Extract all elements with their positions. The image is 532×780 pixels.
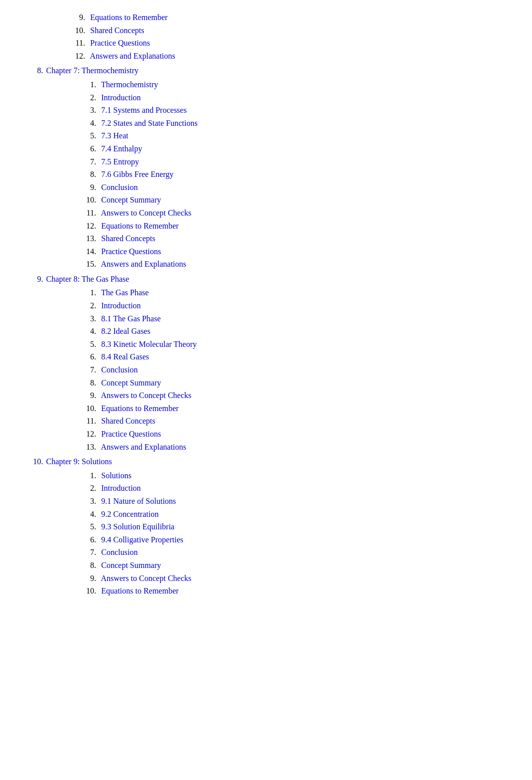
- toc-link[interactable]: 8.3 Kinetic Molecular Theory: [101, 340, 197, 348]
- toc-link[interactable]: Conclusion: [101, 365, 138, 374]
- toc-link[interactable]: 9.1 Nature of Solutions: [101, 497, 176, 505]
- toc-link[interactable]: 9.2 Concentration: [101, 510, 159, 518]
- list-item[interactable]: 2. Introduction: [81, 482, 512, 495]
- toc-link[interactable]: 9.3 Solution Equilibria: [101, 522, 174, 531]
- toc-link[interactable]: Answers and Explanations: [101, 260, 186, 268]
- toc-link[interactable]: 8.1 The Gas Phase: [101, 314, 161, 323]
- toc-link[interactable]: Equations to Remember: [101, 587, 179, 595]
- toc-link[interactable]: Answers to Concept Checks: [101, 574, 191, 582]
- toc-link[interactable]: Concept Summary: [101, 378, 161, 387]
- list-item[interactable]: 1. Solutions: [81, 469, 512, 482]
- toc-link[interactable]: Equations to Remember: [90, 13, 168, 22]
- list-item[interactable]: 7. Conclusion: [81, 546, 512, 559]
- list-item[interactable]: 12. Equations to Remember: [81, 220, 512, 233]
- list-item[interactable]: 12. Answers and Explanations: [70, 50, 512, 63]
- list-item[interactable]: 4. 8.2 Ideal Gases: [81, 325, 512, 338]
- list-item[interactable]: 6. 8.4 Real Gases: [81, 350, 512, 363]
- list-item[interactable]: 9. Answers to Concept Checks: [81, 389, 512, 402]
- list-item[interactable]: 11. Practice Questions: [70, 37, 512, 50]
- toc-link[interactable]: Introduction: [101, 93, 141, 102]
- list-item[interactable]: 7. Conclusion: [81, 363, 512, 376]
- toc-link[interactable]: 7.3 Heat: [101, 131, 128, 140]
- toc-link[interactable]: Conclusion: [101, 548, 138, 556]
- toc-link[interactable]: The Gas Phase: [101, 288, 149, 297]
- list-item[interactable]: 12. Practice Questions: [81, 428, 512, 441]
- toc-link[interactable]: Answers and Explanations: [101, 443, 186, 451]
- list-item[interactable]: 15. Answers and Explanations: [81, 258, 512, 271]
- toc-link[interactable]: 7.6 Gibbs Free Energy: [101, 170, 174, 178]
- list-item[interactable]: 3. 9.1 Nature of Solutions: [81, 495, 512, 508]
- list-item[interactable]: 13. Shared Concepts: [81, 232, 512, 245]
- list-item[interactable]: 10. Shared Concepts: [70, 24, 512, 37]
- list-item[interactable]: 6. 9.4 Colligative Properties: [81, 533, 512, 546]
- toc-link[interactable]: Solutions: [101, 471, 131, 480]
- list-item[interactable]: 9. Equations to Remember: [70, 11, 512, 24]
- list-item[interactable]: 11. Shared Concepts: [81, 415, 512, 428]
- toc-link[interactable]: Thermochemistry: [101, 80, 158, 89]
- list-item[interactable]: 14. Practice Questions: [81, 245, 512, 258]
- toc-link[interactable]: Answers to Concept Checks: [101, 209, 191, 217]
- list-item[interactable]: 10. Equations to Remember: [81, 584, 512, 598]
- list-item[interactable]: 5. 9.3 Solution Equilibria: [81, 520, 512, 533]
- toc-link[interactable]: Concept Summary: [101, 561, 161, 569]
- list-item[interactable]: 2. Introduction: [81, 299, 512, 312]
- toc-link[interactable]: 7.5 Entropy: [101, 157, 139, 166]
- list-item[interactable]: 9. Answers to Concept Checks: [81, 572, 512, 585]
- list-item[interactable]: 10. Equations to Remember: [81, 402, 512, 415]
- chapter-item-9: 9. Chapter 8: The Gas Phase 1. The Gas P…: [20, 273, 512, 453]
- toc-link[interactable]: 7.2 States and State Functions: [101, 119, 197, 127]
- chapter-item-8: 8. Chapter 7: Thermochemistry 1. Thermoc…: [20, 64, 512, 271]
- toc-link[interactable]: 9.4 Colligative Properties: [101, 535, 183, 544]
- list-item[interactable]: 4. 7.2 States and State Functions: [81, 117, 512, 130]
- list-item[interactable]: 3. 7.1 Systems and Processes: [81, 104, 512, 117]
- toc-link[interactable]: Shared Concepts: [101, 417, 155, 425]
- list-item[interactable]: 6. 7.4 Enthalpy: [81, 142, 512, 155]
- list-item[interactable]: 10. Concept Summary: [81, 193, 512, 207]
- list-item[interactable]: 1. The Gas Phase: [81, 286, 512, 299]
- list-item[interactable]: 8. Concept Summary: [81, 559, 512, 572]
- list-item[interactable]: 11. Answers to Concept Checks: [81, 207, 512, 220]
- toc-link[interactable]: Shared Concepts: [101, 234, 155, 243]
- list-item[interactable]: 5. 7.3 Heat: [81, 129, 512, 142]
- toc-link[interactable]: Conclusion: [101, 183, 138, 191]
- toc-link[interactable]: Equations to Remember: [101, 404, 179, 413]
- toc-link[interactable]: 8.4 Real Gases: [101, 352, 149, 361]
- toc-link[interactable]: Practice Questions: [101, 430, 161, 438]
- toc-link[interactable]: Practice Questions: [101, 247, 161, 256]
- toc-link[interactable]: 7.4 Enthalpy: [101, 144, 142, 153]
- list-item[interactable]: 4. 9.2 Concentration: [81, 508, 512, 521]
- list-item[interactable]: 7. 7.5 Entropy: [81, 155, 512, 168]
- list-item[interactable]: 8. Concept Summary: [81, 376, 512, 389]
- toc-link[interactable]: Shared Concepts: [90, 26, 144, 35]
- chapter-item-10: 10. Chapter 9: Solutions 1. Solutions 2.…: [20, 455, 512, 598]
- toc-link[interactable]: 7.1 Systems and Processes: [101, 106, 187, 114]
- list-item[interactable]: 13. Answers and Explanations: [81, 441, 512, 454]
- list-item[interactable]: 3. 8.1 The Gas Phase: [81, 312, 512, 325]
- toc-link[interactable]: Practice Questions: [90, 39, 150, 47]
- list-item[interactable]: 2. Introduction: [81, 91, 512, 104]
- list-item[interactable]: 5. 8.3 Kinetic Molecular Theory: [81, 338, 512, 351]
- toc-link[interactable]: Introduction: [101, 484, 141, 492]
- list-item[interactable]: 1. Thermochemistry: [81, 78, 512, 91]
- chapter-10-title[interactable]: Chapter 9: Solutions: [46, 457, 112, 466]
- toc-link[interactable]: Concept Summary: [101, 196, 161, 204]
- toc-link[interactable]: Answers to Concept Checks: [101, 391, 191, 400]
- list-item[interactable]: 8. 7.6 Gibbs Free Energy: [81, 168, 512, 181]
- toc-link[interactable]: 8.2 Ideal Gases: [101, 327, 150, 335]
- list-item[interactable]: 9. Conclusion: [81, 181, 512, 194]
- chapter-9-title[interactable]: Chapter 8: The Gas Phase: [46, 275, 129, 283]
- toc-link[interactable]: Introduction: [101, 301, 141, 310]
- toc-link[interactable]: Answers and Explanations: [90, 52, 175, 60]
- chapter-8-title[interactable]: Chapter 7: Thermochemistry: [46, 66, 139, 75]
- toc-link[interactable]: Equations to Remember: [101, 222, 179, 230]
